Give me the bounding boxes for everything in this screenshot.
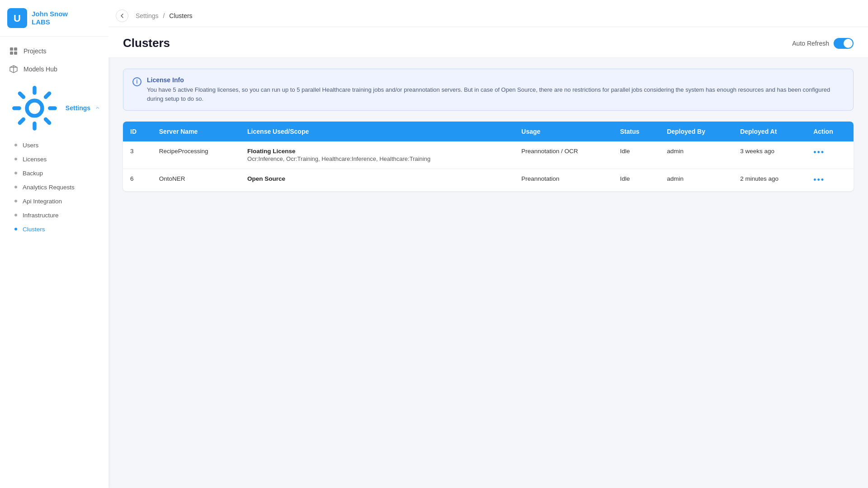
cell-status-1: Idle [613, 141, 660, 169]
cell-action-2[interactable]: ••• [806, 169, 854, 192]
content-area: i License Info You have 5 active Floatin… [108, 58, 868, 488]
page-header: Clusters Auto Refresh [108, 27, 868, 58]
svg-rect-4 [10, 52, 13, 55]
breadcrumb: Settings / Clusters [136, 12, 193, 19]
breadcrumb-separator: / [163, 12, 165, 19]
col-header-license: License Used/Scope [240, 122, 514, 141]
info-icon: i [132, 77, 142, 86]
cell-action-1[interactable]: ••• [806, 141, 854, 169]
table-header-row: ID Server Name License Used/Scope Usage … [123, 122, 854, 141]
cell-deployed-at-1: 3 weeks ago [733, 141, 806, 169]
cell-server-name-1: RecipeProcessing [152, 141, 240, 169]
sidebar-item-analytics-requests-label: Analytics Requests [23, 184, 75, 191]
sidebar-item-infrastructure-label: Infrastructure [23, 212, 59, 219]
gear-icon [9, 83, 60, 134]
license-info-box: i License Info You have 5 active Floatin… [123, 69, 854, 111]
auto-refresh-toggle[interactable] [834, 38, 854, 49]
sidebar-item-backup-label: Backup [23, 170, 43, 177]
sidebar-item-models-hub[interactable]: Models Hub [0, 60, 108, 78]
col-header-deployed-by: Deployed By [660, 122, 733, 141]
sidebar-item-backup[interactable]: Backup [0, 166, 108, 180]
sidebar-settings-label: Settings [66, 104, 90, 112]
jsl-logo-icon: U [7, 8, 27, 28]
cell-usage-1: Preannotation / OCR [514, 141, 613, 169]
auto-refresh-area: Auto Refresh [792, 38, 854, 49]
sidebar-item-users-label: Users [23, 142, 38, 149]
svg-point-9 [27, 101, 42, 116]
chevron-left-icon [119, 13, 125, 19]
table-row: 6 OntoNER Open Source Preannotation Idle… [123, 169, 854, 192]
sidebar-item-api-integration[interactable]: Api Integration [0, 194, 108, 208]
cell-license-2: Open Source [240, 169, 514, 192]
collapse-sidebar-button[interactable] [116, 9, 128, 22]
sidebar-item-clusters[interactable]: Clusters [0, 222, 108, 236]
sidebar-item-infrastructure[interactable]: Infrastructure [0, 208, 108, 222]
license-type-2: Open Source [247, 175, 507, 182]
nav-section: Projects Models Hub Settings Users [0, 37, 108, 488]
col-header-server-name: Server Name [152, 122, 240, 141]
license-info-title: License Info [147, 76, 844, 84]
svg-text:U: U [14, 13, 21, 24]
sidebar-item-licenses[interactable]: Licenses [0, 152, 108, 166]
svg-rect-5 [14, 52, 17, 55]
logo-area: U John Snow LABS [0, 0, 108, 37]
brand-name: John Snow LABS [32, 10, 68, 26]
cell-deployed-by-2: admin [660, 169, 733, 192]
table-row: 3 RecipeProcessing Floating License Ocr:… [123, 141, 854, 169]
col-header-action: Action [806, 122, 854, 141]
license-type-1: Floating License [247, 148, 507, 155]
page-title: Clusters [123, 36, 170, 50]
col-header-id: ID [123, 122, 152, 141]
cell-status-2: Idle [613, 169, 660, 192]
action-menu-button-2[interactable]: ••• [813, 175, 825, 184]
sidebar-item-users[interactable]: Users [0, 138, 108, 152]
sidebar-item-api-integration-label: Api Integration [23, 198, 62, 205]
cube-icon [9, 65, 18, 74]
sidebar-item-projects-label: Projects [24, 47, 47, 55]
license-info-content: License Info You have 5 active Floating … [147, 76, 844, 103]
col-header-status: Status [613, 122, 660, 141]
sidebar: U John Snow LABS Projects Models Hub [0, 0, 108, 488]
action-menu-button-1[interactable]: ••• [813, 148, 825, 157]
sidebar-item-clusters-label: Clusters [23, 226, 45, 233]
toggle-knob [844, 39, 853, 48]
cell-server-name-2: OntoNER [152, 169, 240, 192]
sidebar-item-models-hub-label: Models Hub [24, 66, 57, 73]
sidebar-settings-group[interactable]: Settings [0, 78, 108, 138]
cell-id-2: 6 [123, 169, 152, 192]
grid-icon [9, 47, 18, 56]
topbar: Settings / Clusters [108, 0, 868, 27]
cell-deployed-by-1: admin [660, 141, 733, 169]
svg-rect-3 [14, 47, 17, 51]
license-info-body: You have 5 active Floating licenses, so … [147, 85, 844, 103]
auto-refresh-label: Auto Refresh [792, 40, 829, 47]
table-header: ID Server Name License Used/Scope Usage … [123, 122, 854, 141]
sidebar-item-projects[interactable]: Projects [0, 42, 108, 60]
col-header-deployed-at: Deployed At [733, 122, 806, 141]
sidebar-item-licenses-label: Licenses [23, 156, 47, 163]
svg-rect-2 [10, 47, 13, 51]
col-header-usage: Usage [514, 122, 613, 141]
chevron-up-icon [96, 105, 99, 111]
clusters-table: ID Server Name License Used/Scope Usage … [123, 122, 854, 191]
breadcrumb-current: Clusters [169, 12, 192, 19]
cell-id-1: 3 [123, 141, 152, 169]
sidebar-item-analytics-requests[interactable]: Analytics Requests [0, 180, 108, 194]
main-content: Settings / Clusters Clusters Auto Refres… [108, 0, 868, 488]
breadcrumb-parent[interactable]: Settings [136, 12, 159, 19]
cell-deployed-at-2: 2 minutes ago [733, 169, 806, 192]
cell-usage-2: Preannotation [514, 169, 613, 192]
license-scope-1: Ocr:Inference, Ocr:Training, Healthcare:… [247, 155, 507, 162]
table-body: 3 RecipeProcessing Floating License Ocr:… [123, 141, 854, 191]
cell-license-1: Floating License Ocr:Inference, Ocr:Trai… [240, 141, 514, 169]
